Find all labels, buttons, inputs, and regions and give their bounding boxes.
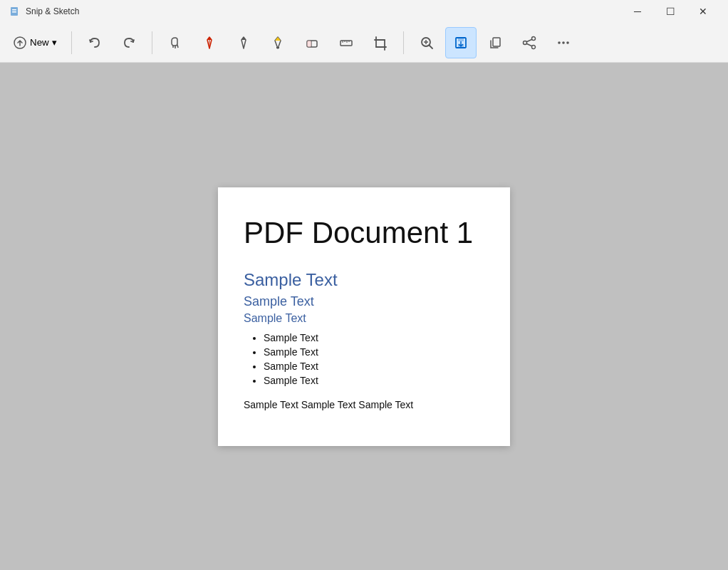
sep-3: [403, 31, 404, 54]
touch-writing-button[interactable]: [160, 27, 191, 58]
canvas-area: PDF Document 1 Sample Text Sample Text S…: [0, 63, 728, 570]
svg-point-37: [523, 41, 526, 44]
sep-1: [71, 31, 72, 54]
svg-point-43: [566, 41, 569, 44]
share-icon: [521, 35, 537, 51]
undo-button[interactable]: [79, 27, 110, 58]
svg-line-6: [177, 45, 178, 48]
pdf-paragraph: Sample Text Sample Text Sample Text: [244, 399, 484, 410]
new-icon: [13, 36, 27, 50]
pdf-document: PDF Document 1 Sample Text Sample Text S…: [218, 187, 510, 446]
app-icon: [9, 6, 20, 17]
close-button[interactable]: ✕: [687, 0, 719, 23]
eraser-button[interactable]: [296, 27, 328, 58]
pdf-list: Sample Text Sample Text Sample Text Samp…: [264, 332, 484, 386]
redo-icon: [121, 35, 137, 51]
app-title: Snip & Sketch: [26, 6, 79, 16]
list-item: Sample Text: [264, 346, 484, 358]
pen-red-icon: [202, 35, 217, 51]
new-label: New: [30, 37, 49, 48]
touch-icon: [167, 35, 183, 51]
svg-rect-1: [12, 9, 16, 11]
titlebar: Snip & Sketch ─ ☐ ✕: [0, 0, 728, 23]
list-item: Sample Text: [264, 332, 484, 343]
titlebar-left: Snip & Sketch: [9, 6, 79, 17]
titlebar-controls: ─ ☐ ✕: [621, 0, 719, 23]
svg-line-39: [526, 39, 532, 42]
ruler-button[interactable]: [331, 27, 362, 58]
svg-rect-14: [276, 47, 279, 48]
crop-icon: [373, 35, 388, 51]
svg-rect-18: [340, 41, 352, 46]
undo-icon: [87, 35, 103, 51]
svg-point-41: [558, 41, 561, 44]
highlighter-icon: [270, 35, 286, 51]
svg-rect-17: [307, 41, 311, 47]
pdf-title: PDF Document 1: [244, 216, 484, 250]
list-item: Sample Text: [264, 361, 484, 372]
minimize-button[interactable]: ─: [621, 0, 654, 23]
svg-rect-2: [12, 11, 16, 13]
highlighter-button[interactable]: [262, 27, 293, 58]
pdf-heading-2: Sample Text: [244, 294, 484, 309]
redo-button[interactable]: [113, 27, 145, 58]
save-button[interactable]: [445, 27, 477, 58]
zoom-button[interactable]: [411, 27, 442, 58]
crop-button[interactable]: [365, 27, 396, 58]
more-icon: [556, 35, 571, 51]
list-item: Sample Text: [264, 375, 484, 386]
pdf-heading-3: Sample Text: [244, 312, 484, 325]
toolbar: New ▾: [0, 23, 728, 63]
pen-outline-button[interactable]: [228, 27, 259, 58]
new-button[interactable]: New ▾: [6, 27, 64, 58]
zoom-icon: [419, 35, 435, 51]
ruler-icon: [338, 35, 354, 51]
pen-red-button[interactable]: [194, 27, 225, 58]
eraser-icon: [304, 35, 320, 51]
svg-line-40: [526, 43, 532, 46]
new-dropdown-icon: ▾: [52, 37, 57, 48]
svg-rect-35: [493, 38, 500, 46]
pen-outline-icon: [236, 35, 251, 51]
sep-2: [152, 31, 152, 54]
more-button[interactable]: [548, 27, 579, 58]
save-icon: [453, 35, 469, 51]
pdf-heading-1: Sample Text: [244, 270, 484, 290]
copy-icon: [487, 35, 503, 51]
svg-point-38: [531, 45, 535, 48]
svg-line-28: [429, 45, 432, 48]
copy-button[interactable]: [479, 27, 511, 58]
maximize-button[interactable]: ☐: [654, 0, 687, 23]
svg-rect-32: [458, 38, 464, 41]
svg-point-36: [531, 36, 535, 40]
svg-point-42: [562, 41, 565, 44]
share-button[interactable]: [514, 27, 545, 58]
